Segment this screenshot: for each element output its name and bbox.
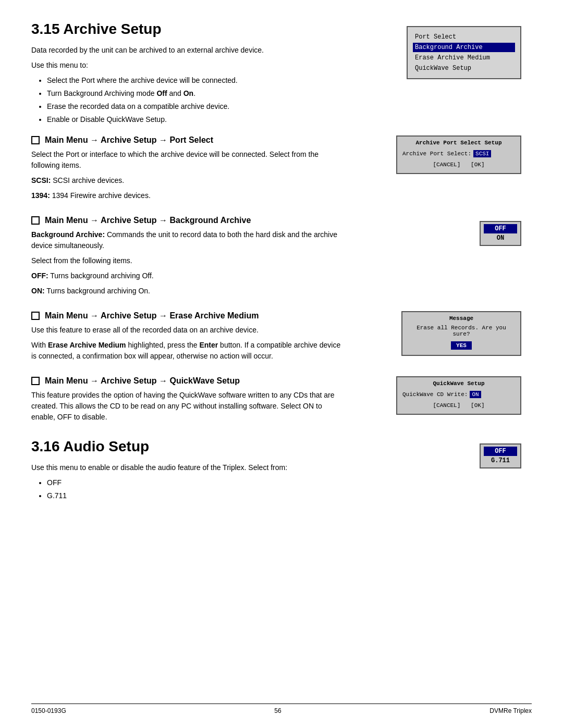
sub2-select-label: Select from the following items. (31, 255, 344, 266)
bullet-3: Erase the recorded data on a compatible … (47, 101, 344, 112)
quickwave-screen: QuickWave Setup QuickWave CD Write: ON [… (396, 376, 521, 415)
sub1-body: Select the Port or interface to which th… (31, 149, 344, 171)
subsection-erase-archive: Main Menu → Archive Setup → Erase Archiv… (31, 311, 532, 362)
quickwave-buttons: [CANCEL] [OK] (402, 402, 515, 409)
bullet-4: Enable or Disable QuickWave Setup. (47, 114, 344, 125)
section-316-title: 3.16 Audio Setup (31, 438, 532, 455)
sub1-fw-label: 1394: (31, 191, 50, 200)
qw-ok-btn: [OK] (471, 402, 484, 409)
page-footer: 0150-0193G 56 DVMRe Triplex (31, 704, 532, 718)
sub2-body: Background Archive: Commands the unit to… (31, 229, 344, 251)
sub1-fw-body: 1394 Firewire archive devices. (52, 191, 151, 200)
sub1-scsi-body: SCSI archive devices. (53, 176, 124, 184)
bullet-2: Turn Background Archiving mode Off and O… (47, 88, 344, 99)
sub3-body2-text: highlighted, press the (128, 341, 199, 349)
section-316-bullets: OFF G.711 (47, 477, 344, 501)
page: 3.15 Archive Setup Data recorded by the … (0, 0, 563, 728)
sub2-on: ON: Turns background archiving On. (31, 286, 344, 297)
port-select-field-value: SCSI (473, 150, 491, 157)
section-315: 3.15 Archive Setup Data recorded by the … (31, 21, 532, 423)
sub2-body-bold: Background Archive: (31, 230, 105, 239)
sub4-heading-text: Main Menu → Archive Setup → QuickWave Se… (45, 376, 240, 386)
message-title: Message (408, 315, 515, 322)
quickwave-field-label: QuickWave CD Write: (402, 391, 468, 398)
checkbox-icon-4 (31, 377, 40, 385)
checkbox-icon-1 (31, 136, 40, 144)
sub2-off: OFF: Turns background archiving Off. (31, 270, 344, 281)
checkbox-icon-2 (31, 216, 40, 225)
menu-item-port-select: Port Select (413, 32, 515, 42)
qw-cancel-btn: [CANCEL] (433, 402, 460, 409)
sub2-heading-text: Main Menu → Archive Setup → Background A… (45, 216, 251, 225)
sub4-heading: Main Menu → Archive Setup → QuickWave Se… (31, 376, 344, 386)
sub2-off-body: Turns background archiving Off. (50, 272, 153, 280)
sub4-body: This feature provides the option of havi… (31, 390, 344, 423)
quickwave-field-row: QuickWave CD Write: ON (402, 391, 515, 398)
message-screen: Message Erase all Records. Are you sure?… (401, 311, 521, 356)
checkbox-icon-3 (31, 312, 40, 320)
main-menu-widget: Port Select Background Archive Erase Arc… (407, 26, 521, 79)
subsection-port-select: Main Menu → Archive Setup → Port Select … (31, 135, 532, 201)
quickwave-field-value: ON (470, 391, 481, 398)
menu-item-background-archive: Background Archive (413, 43, 515, 52)
sub1-heading: Main Menu → Archive Setup → Port Select (31, 135, 344, 145)
sub3-body2-enter: Enter (199, 341, 218, 349)
menu-item-quickwave: QuickWave Setup (413, 64, 515, 73)
section-315-intro2: Use this menu to: (31, 60, 344, 71)
port-select-title: Archive Port Select Setup (402, 140, 515, 146)
sub1-scsi-label: SCSI: (31, 176, 51, 184)
sub1-scsi: SCSI: SCSI archive devices. (31, 175, 344, 186)
section-315-bullets: Select the Port where the archive device… (47, 75, 344, 125)
audio-g711: G.711 (484, 456, 517, 465)
section-316: 3.16 Audio Setup Use this menu to enable… (31, 438, 532, 501)
sub2-on-body: Turns background archiving On. (46, 287, 150, 295)
sub3-body2: With Erase Archive Medium highlighted, p… (31, 340, 344, 362)
cancel-btn: [CANCEL] (433, 162, 460, 168)
subsection-quickwave: Main Menu → Archive Setup → QuickWave Se… (31, 376, 532, 423)
port-select-field-label: Archive Port Select: (402, 151, 471, 157)
sub3-heading-text: Main Menu → Archive Setup → Erase Archiv… (45, 311, 259, 320)
sub2-off-label: OFF: (31, 272, 48, 280)
audio-bullet-1: OFF (47, 477, 344, 488)
off-on-screen: OFF ON (480, 221, 521, 246)
audio-off: OFF (484, 447, 517, 456)
audio-offon-screen: OFF G.711 (480, 443, 521, 468)
sub3-body1: Use this feature to erase all of the rec… (31, 325, 344, 336)
ok-btn: [OK] (471, 162, 484, 168)
footer-right: DVMRe Triplex (489, 707, 532, 714)
subsection-background-archive: Main Menu → Archive Setup → Background A… (31, 216, 532, 297)
sub3-body2-prefix: With (31, 341, 46, 349)
footer-left: 0150-0193G (31, 707, 66, 714)
quickwave-title: QuickWave Setup (402, 380, 515, 387)
sub3-heading: Main Menu → Archive Setup → Erase Archiv… (31, 311, 344, 320)
port-select-screen: Archive Port Select Setup Archive Port S… (396, 135, 521, 174)
port-select-field-row: Archive Port Select: SCSI (402, 150, 515, 157)
bullet-1: Select the Port where the archive device… (47, 75, 344, 86)
sub1-heading-text: Main Menu → Archive Setup → Port Select (45, 135, 213, 145)
sub2-on-label: ON: (31, 287, 45, 295)
audio-bullet-2: G.711 (47, 490, 344, 501)
footer-center: 56 (274, 707, 281, 714)
sub1-fw: 1394: 1394 Firewire archive devices. (31, 190, 344, 201)
menu-item-erase-archive: Erase Archive Medium (413, 53, 515, 63)
offon-on: ON (484, 233, 517, 243)
section-316-body: Use this menu to enable or disable the a… (31, 462, 344, 473)
port-select-buttons: [CANCEL] [OK] (402, 162, 515, 168)
offon-off: OFF (484, 224, 517, 233)
section-315-intro1: Data recorded by the unit can be archive… (31, 45, 344, 56)
yes-button: YES (451, 341, 472, 350)
sub3-body2-bold: Erase Archive Medium (48, 341, 126, 349)
message-text: Erase all Records. Are you sure? (408, 325, 515, 337)
sub2-heading: Main Menu → Archive Setup → Background A… (31, 216, 344, 225)
